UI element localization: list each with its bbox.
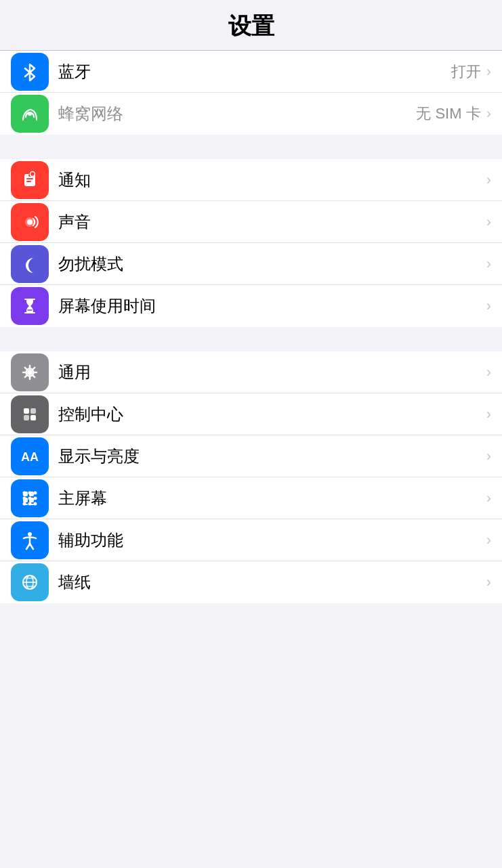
homescreen-row[interactable]: 主屏幕 › [0, 477, 502, 519]
svg-point-10 [28, 370, 32, 374]
svg-point-7 [27, 219, 33, 225]
sounds-icon-wrap [11, 203, 49, 241]
wallpaper-chevron: › [486, 573, 491, 591]
cellular-label: 蜂窝网络 [58, 103, 416, 125]
section-alerts: 通知 › 声音 › 勿扰模式 › [0, 159, 502, 327]
notifications-label: 通知 [58, 169, 486, 191]
svg-point-28 [34, 496, 37, 500]
display-label: 显示与亮度 [58, 446, 486, 467]
notifications-icon [18, 169, 41, 192]
dnd-label: 勿扰模式 [58, 253, 486, 275]
cellular-icon-wrap [11, 95, 49, 133]
wallpaper-label: 墙纸 [58, 571, 486, 593]
section-system: 通用 › 控制中心 › AA 显示与亮度 › [0, 351, 502, 603]
general-chevron: › [486, 364, 491, 381]
svg-point-29 [23, 502, 26, 505]
svg-point-27 [28, 496, 32, 500]
svg-point-3 [30, 171, 35, 176]
wallpaper-icon [18, 571, 41, 594]
svg-point-32 [28, 532, 32, 536]
bluetooth-chevron: › [486, 63, 491, 81]
bluetooth-row[interactable]: 蓝牙 打开 › [0, 51, 502, 93]
svg-rect-5 [26, 181, 31, 182]
gap-2 [0, 327, 502, 351]
sounds-icon [18, 211, 41, 234]
dnd-chevron: › [486, 255, 491, 273]
svg-point-26 [23, 496, 26, 500]
svg-point-31 [34, 502, 37, 505]
homescreen-chevron: › [486, 490, 491, 507]
page-title: 设置 [0, 11, 502, 42]
display-icon: AA [18, 445, 41, 468]
nav-bar: 设置 [0, 0, 502, 51]
controlcenter-label: 控制中心 [58, 404, 486, 425]
screentime-row[interactable]: 屏幕使用时间 › [0, 285, 502, 327]
general-label: 通用 [58, 362, 486, 383]
dnd-row[interactable]: 勿扰模式 › [0, 243, 502, 285]
notifications-icon-wrap [11, 161, 49, 199]
moon-icon [18, 253, 41, 276]
hourglass-icon [18, 295, 41, 318]
bluetooth-value: 打开 [451, 62, 481, 82]
general-row[interactable]: 通用 › [0, 351, 502, 393]
svg-rect-4 [26, 178, 33, 179]
svg-point-30 [28, 502, 32, 505]
bluetooth-icon [18, 60, 41, 83]
display-icon-wrap: AA [11, 437, 49, 475]
accessibility-chevron: › [486, 531, 491, 549]
sounds-chevron: › [486, 213, 491, 231]
sliders-icon [18, 403, 41, 426]
cellular-row[interactable]: 蜂窝网络 无 SIM 卡 › [0, 93, 502, 135]
svg-point-25 [34, 491, 37, 494]
grid-icon [18, 487, 41, 510]
sounds-label: 声音 [58, 211, 486, 233]
gear-icon [18, 361, 41, 384]
cellular-chevron: › [486, 105, 491, 123]
accessibility-icon [18, 529, 41, 552]
accessibility-label: 辅助功能 [58, 529, 486, 551]
controlcenter-chevron: › [486, 406, 491, 423]
cellular-icon [18, 102, 41, 125]
display-chevron: › [486, 448, 491, 465]
accessibility-row[interactable]: 辅助功能 › [0, 519, 502, 561]
sounds-row[interactable]: 声音 › [0, 201, 502, 243]
display-row[interactable]: AA 显示与亮度 › [0, 435, 502, 477]
wallpaper-icon-wrap [11, 563, 49, 601]
screentime-label: 屏幕使用时间 [58, 295, 486, 317]
section-connectivity: 蓝牙 打开 › 蜂窝网络 无 SIM 卡 › [0, 51, 502, 135]
screentime-icon-wrap [11, 287, 49, 325]
cellular-value: 无 SIM 卡 [416, 104, 480, 124]
controlcenter-row[interactable]: 控制中心 › [0, 393, 502, 435]
controlcenter-icon-wrap [11, 395, 49, 433]
gap-1 [0, 135, 502, 159]
svg-rect-12 [30, 408, 36, 414]
general-icon-wrap [11, 353, 49, 391]
svg-text:AA: AA [21, 450, 39, 464]
wallpaper-row[interactable]: 墙纸 › [0, 561, 502, 603]
homescreen-icon-wrap [11, 479, 49, 517]
svg-rect-11 [24, 408, 29, 414]
svg-rect-14 [30, 415, 36, 420]
homescreen-label: 主屏幕 [58, 487, 486, 509]
bluetooth-label: 蓝牙 [58, 61, 451, 83]
svg-point-24 [28, 491, 32, 494]
screentime-chevron: › [486, 297, 491, 315]
svg-point-23 [23, 491, 26, 494]
notifications-chevron: › [486, 171, 491, 189]
accessibility-icon-wrap [11, 521, 49, 559]
svg-rect-13 [24, 415, 29, 420]
notifications-row[interactable]: 通知 › [0, 159, 502, 201]
bluetooth-icon-wrap [11, 53, 49, 91]
dnd-icon-wrap [11, 245, 49, 283]
